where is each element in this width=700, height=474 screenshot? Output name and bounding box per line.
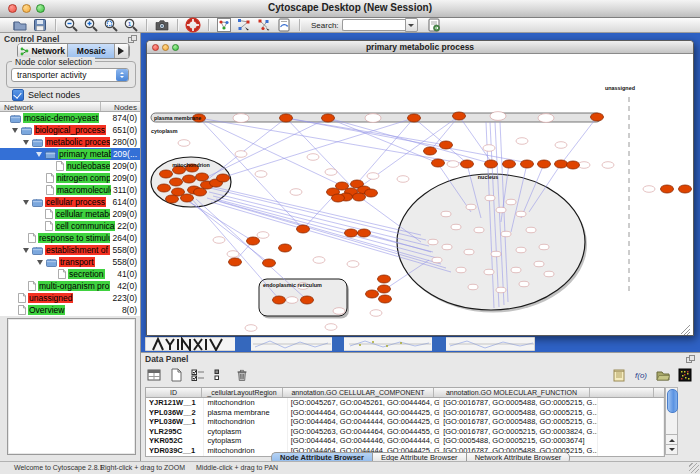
tree-row[interactable]: establishment of lo558(0) <box>0 244 140 256</box>
tree-row[interactable]: cellular process614(0) <box>0 196 140 208</box>
select-attributes-icon[interactable] <box>189 366 207 384</box>
selected-gene-node[interactable] <box>166 195 179 203</box>
gene-node[interactable] <box>257 232 269 239</box>
gene-node[interactable] <box>506 199 516 205</box>
network-canvas[interactable]: plasma membranecytoplasmmitochondrionnuc… <box>147 54 693 335</box>
selected-gene-node[interactable] <box>408 114 421 122</box>
expand-arrow-icon[interactable] <box>23 140 29 148</box>
zoom-in-icon[interactable] <box>82 18 100 32</box>
table-row[interactable]: YPL036W__2plasma membrane[GO:0044464, GO… <box>146 408 664 418</box>
network-edge[interactable] <box>209 192 429 246</box>
gene-node[interactable] <box>485 195 495 201</box>
vizmapper-icon[interactable] <box>275 18 293 32</box>
gene-node[interactable] <box>456 267 466 273</box>
selected-gene-node[interactable] <box>555 160 568 168</box>
attribute-matrix-icon[interactable] <box>676 366 694 384</box>
table-row[interactable]: YLR295Ccytoplasm[GO:0045263, GO:0044464,… <box>146 427 664 437</box>
selected-gene-node[interactable] <box>345 229 358 237</box>
gene-node[interactable] <box>643 186 655 193</box>
tree-row[interactable]: nitrogen compo209(0) <box>0 172 140 184</box>
tab-network[interactable]: Network <box>18 44 68 58</box>
tree-row[interactable]: cellular metabol209(0) <box>0 208 140 220</box>
resize-grip[interactable] <box>689 463 699 473</box>
selected-gene-node[interactable] <box>279 244 292 252</box>
attribute-grid-icon[interactable] <box>145 366 163 384</box>
selected-gene-node[interactable] <box>365 189 378 197</box>
network-graph[interactable]: plasma membranecytoplasmmitochondrionnuc… <box>147 54 693 335</box>
gene-node[interactable] <box>441 211 451 217</box>
help-lifesaver-icon[interactable] <box>184 18 202 32</box>
column-header[interactable] <box>590 388 654 397</box>
unselect-attributes-icon[interactable] <box>211 366 229 384</box>
tree-row[interactable]: nucleobase-209(0) <box>0 160 140 172</box>
gene-node[interactable] <box>555 142 567 149</box>
selected-gene-node[interactable] <box>217 174 230 182</box>
search-input[interactable] <box>342 19 405 31</box>
gene-node[interactable] <box>490 112 506 121</box>
select-nodes-checkbox[interactable] <box>12 89 24 101</box>
selected-gene-node[interactable] <box>273 296 286 304</box>
tree-row[interactable]: secretion41(0) <box>0 268 140 280</box>
expand-arrow-icon[interactable] <box>23 248 29 256</box>
tree-row[interactable]: unassigned223(0) <box>0 292 140 304</box>
expand-arrow-icon[interactable] <box>36 152 42 160</box>
network-edge[interactable] <box>208 118 414 182</box>
selected-gene-node[interactable] <box>301 296 314 304</box>
selected-gene-node[interactable] <box>194 188 207 196</box>
zoom-fit-icon[interactable] <box>102 18 120 32</box>
gene-node[interactable] <box>333 308 345 315</box>
expand-arrow-icon[interactable] <box>37 260 43 268</box>
gene-node[interactable] <box>255 171 267 178</box>
network-edge[interactable] <box>328 118 493 164</box>
gene-node[interactable] <box>464 249 474 255</box>
selected-gene-node[interactable] <box>661 185 674 193</box>
column-header[interactable]: annotation.GO CELLULAR_COMPONENT <box>283 388 434 397</box>
gene-node[interactable] <box>442 244 452 250</box>
import-network-icon[interactable] <box>425 18 443 32</box>
gene-node[interactable] <box>233 114 249 123</box>
gene-node[interactable] <box>325 324 337 331</box>
birdseye-overview[interactable] <box>7 318 136 455</box>
gene-node[interactable] <box>307 154 319 161</box>
scroll-down-button[interactable] <box>666 444 677 454</box>
selected-gene-node[interactable] <box>503 160 516 168</box>
selected-gene-node[interactable] <box>196 173 209 181</box>
zoom-actual-icon[interactable]: 1 <box>122 18 140 32</box>
selected-gene-node[interactable] <box>297 225 310 233</box>
gene-node[interactable] <box>501 231 511 237</box>
network-edge[interactable] <box>561 117 597 164</box>
table-scrollbar[interactable] <box>665 387 678 455</box>
background-network-windows[interactable] <box>145 337 535 351</box>
tree-row[interactable]: primary metabol209(... <box>0 148 140 160</box>
selected-gene-node[interactable] <box>485 160 498 168</box>
gene-node[interactable] <box>539 244 549 250</box>
selected-gene-node[interactable] <box>322 114 335 122</box>
selected-gene-node[interactable] <box>353 193 366 201</box>
selected-gene-node[interactable] <box>181 194 194 202</box>
gene-node[interactable] <box>511 267 521 273</box>
selected-gene-node[interactable] <box>461 160 474 168</box>
selected-gene-node[interactable] <box>332 194 345 202</box>
gene-node[interactable] <box>544 271 554 277</box>
selected-gene-node[interactable] <box>440 141 453 149</box>
snapshot-camera-icon[interactable] <box>153 18 171 32</box>
selected-gene-node[interactable] <box>170 178 183 186</box>
attribute-pad-icon[interactable] <box>610 366 628 384</box>
tab-mosaic[interactable]: Mosaic <box>68 44 115 58</box>
tree-row[interactable]: mosaic-demo-yeast874(0) <box>0 112 140 124</box>
gene-node[interactable] <box>534 261 544 267</box>
layout-attribute-icon[interactable] <box>255 18 273 32</box>
selected-gene-node[interactable] <box>567 161 580 169</box>
tree-row[interactable]: response to stimulu264(0) <box>0 232 140 244</box>
selected-gene-node[interactable] <box>378 285 391 293</box>
gene-node[interactable] <box>466 204 476 210</box>
gene-node[interactable] <box>286 297 298 304</box>
column-header[interactable]: _cellularLayoutRegion <box>202 388 283 397</box>
save-icon[interactable] <box>31 18 49 32</box>
tree-row[interactable]: Overview8(0) <box>0 304 140 316</box>
selected-gene-node[interactable] <box>358 229 371 237</box>
open-icon[interactable] <box>11 18 29 32</box>
table-row[interactable]: YKR052Ccytoplasm[GO:0044464, GO:0044446,… <box>146 436 664 446</box>
selected-gene-node[interactable] <box>538 160 551 168</box>
gene-node[interactable] <box>397 176 409 183</box>
